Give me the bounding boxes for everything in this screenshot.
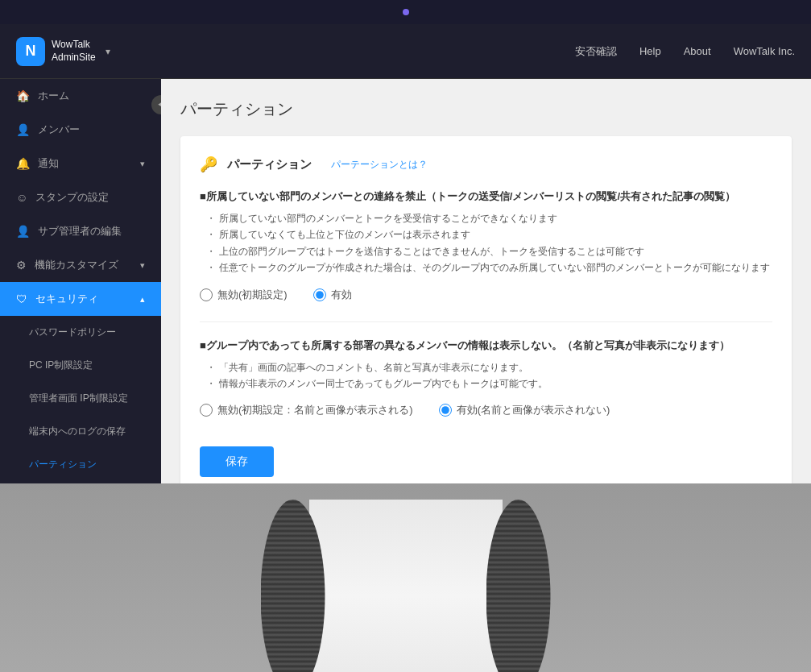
card-header: 🔑 パーティション パーテーションとは？ — [200, 156, 772, 173]
chevron-down-icon: ▾ — [106, 46, 110, 57]
section-2-radio-disabled[interactable] — [200, 404, 213, 417]
stamp-icon: ☺ — [16, 191, 27, 204]
sidebar-item-security[interactable]: 🛡 セキュリティ ▴ — [0, 282, 161, 316]
sidebar-item-password[interactable]: パスワードポリシー — [0, 316, 161, 349]
sidebar-item-stamp-label: スタンプの設定 — [35, 190, 109, 205]
sidebar-item-notice[interactable]: 🔔 通知 ▾ — [0, 147, 161, 180]
sidebar-item-password-label: パスワードポリシー — [29, 326, 116, 339]
section-divider — [200, 321, 772, 322]
section-1-title: ■所属していない部門のメンバーとの連絡を禁止（トークの送受信/メンバーリストの閲… — [200, 189, 772, 204]
section-1-radio-disabled[interactable] — [200, 288, 213, 301]
section-2-radio-enabled[interactable] — [439, 404, 452, 417]
sidebar-item-customize-label: 機能カスタマイズ — [35, 258, 118, 272]
nav-link-about[interactable]: About — [684, 45, 711, 57]
sidebar-item-notice-label: 通知 — [38, 156, 59, 171]
section-1-bullet-0: 所属していない部門のメンバーとトークを受受信することができなくなります — [200, 210, 772, 226]
section-1: ■所属していない部門のメンバーとの連絡を禁止（トークの送受信/メンバーリストの閲… — [200, 189, 772, 302]
section-2: ■グループ内であっても所属する部署の異なるメンバーの情報は表示しない。（名前と写… — [200, 338, 772, 418]
sidebar: ◀ 🏠 ホーム 👤 メンバー 🔔 通知 ▾ ☺ スタンプの設定 👤 サブ管理者の… — [0, 79, 161, 483]
sidebar-item-log[interactable]: 端末内へのログの保存 — [0, 415, 161, 448]
content-area: パーティション 🔑 パーティション パーテーションとは？ ■所属していない部門の… — [161, 79, 811, 483]
home-icon: 🏠 — [16, 89, 30, 102]
logo-area[interactable]: N WowTalkAdminSite ▾ — [16, 37, 110, 66]
section-1-bullet-1: 所属していなくても上位と下位のメンバーは表示されます — [200, 226, 772, 243]
main-card: 🔑 パーティション パーテーションとは？ ■所属していない部門のメンバーとの連絡… — [180, 136, 792, 483]
chevron-down-icon: ▾ — [140, 159, 145, 169]
chevron-down-icon: ▾ — [140, 260, 145, 271]
app-container: N WowTalkAdminSite ▾ 安否確認 Help About Wow… — [0, 24, 811, 483]
logo-text: WowTalkAdminSite — [52, 39, 96, 64]
nav-link-safety[interactable]: 安否確認 — [575, 44, 617, 59]
sidebar-item-subadmin-label: サブ管理者の編集 — [38, 224, 122, 239]
app-bar — [0, 0, 811, 24]
section-1-option-enabled[interactable]: 有効 — [313, 288, 352, 302]
sidebar-item-adminip-label: 管理者画面 IP制限設定 — [29, 392, 128, 405]
section-2-option-disabled[interactable]: 無効(初期設定：名前と画像が表示される) — [200, 403, 413, 417]
sidebar-item-security-label: セキュリティ — [35, 292, 98, 306]
section-2-bullet-1: 情報が非表示のメンバー同士であってもグループ内でもトークは可能です。 — [200, 375, 772, 392]
chevron-up-icon: ▴ — [140, 294, 145, 305]
section-1-radio-group: 無効(初期設定) 有効 — [200, 288, 772, 302]
notice-icon: 🔔 — [16, 157, 30, 170]
section-2-radio-group: 無効(初期設定：名前と画像が表示される) 有効(名前と画像が表示されない) — [200, 403, 772, 417]
sidebar-item-home-label: ホーム — [38, 89, 69, 103]
section-1-option-disabled[interactable]: 無効(初期設定) — [200, 288, 288, 302]
sidebar-item-pcip-label: PC IP制限設定 — [29, 359, 93, 372]
customize-icon: ⚙ — [16, 259, 27, 272]
subadmin-icon: 👤 — [16, 225, 30, 238]
sidebar-item-member[interactable]: 👤 メンバー — [0, 113, 161, 147]
member-icon: 👤 — [16, 123, 30, 136]
sidebar-item-partition-label: パーティション — [29, 458, 97, 471]
app-bar-dot — [403, 9, 409, 15]
sidebar-item-log-label: 端末内へのログの保存 — [29, 425, 126, 438]
page-title: パーティション — [180, 98, 792, 120]
section-2-title: ■グループ内であっても所属する部署の異なるメンバーの情報は表示しない。（名前と写… — [200, 338, 772, 353]
section-1-radio-enabled[interactable] — [313, 288, 326, 301]
partition-icon: 🔑 — [200, 156, 217, 173]
bottom-decoration — [0, 483, 811, 672]
section-1-bullet-3: 任意でトークのグループが作成された場合は、そのグループ内でのみ所属していない部門… — [200, 259, 772, 276]
sidebar-item-pcip[interactable]: PC IP制限設定 — [0, 349, 161, 382]
sidebar-item-adminip[interactable]: 管理者画面 IP制限設定 — [0, 382, 161, 415]
section-2-bullet-0: 「共有」画面の記事へのコメントも、名前と写真が非表示になります。 — [200, 359, 772, 375]
section-2-option-enabled[interactable]: 有効(名前と画像が表示されない) — [439, 403, 610, 417]
sidebar-item-subadmin[interactable]: 👤 サブ管理者の編集 — [0, 214, 161, 248]
sidebar-item-member-label: メンバー — [38, 122, 80, 137]
sidebar-item-partition[interactable]: パーティション — [0, 448, 161, 481]
section-1-bullet-2: 上位の部門グループではトークを送信することはできませんが、トークを受信することは… — [200, 243, 772, 259]
sidebar-item-home[interactable]: 🏠 ホーム — [0, 79, 161, 113]
top-nav: N WowTalkAdminSite ▾ 安否確認 Help About Wow… — [0, 24, 811, 79]
card-title: パーティション — [227, 157, 312, 172]
sidebar-item-stamp[interactable]: ☺ スタンプの設定 — [0, 180, 161, 214]
logo-icon: N — [16, 37, 45, 66]
nav-link-help[interactable]: Help — [639, 45, 661, 57]
nav-link-company[interactable]: WowTalk Inc. — [734, 45, 795, 57]
sidebar-item-customize[interactable]: ⚙ 機能カスタマイズ ▾ — [0, 248, 161, 282]
security-icon: 🛡 — [16, 292, 27, 305]
scroll-decoration — [261, 500, 551, 672]
nav-links: 安否確認 Help About WowTalk Inc. — [575, 44, 795, 59]
main-layout: ◀ 🏠 ホーム 👤 メンバー 🔔 通知 ▾ ☺ スタンプの設定 👤 サブ管理者の… — [0, 79, 811, 483]
partition-help-link[interactable]: パーテーションとは？ — [331, 158, 428, 172]
save-button[interactable]: 保存 — [200, 446, 274, 477]
paper-center — [309, 500, 503, 672]
